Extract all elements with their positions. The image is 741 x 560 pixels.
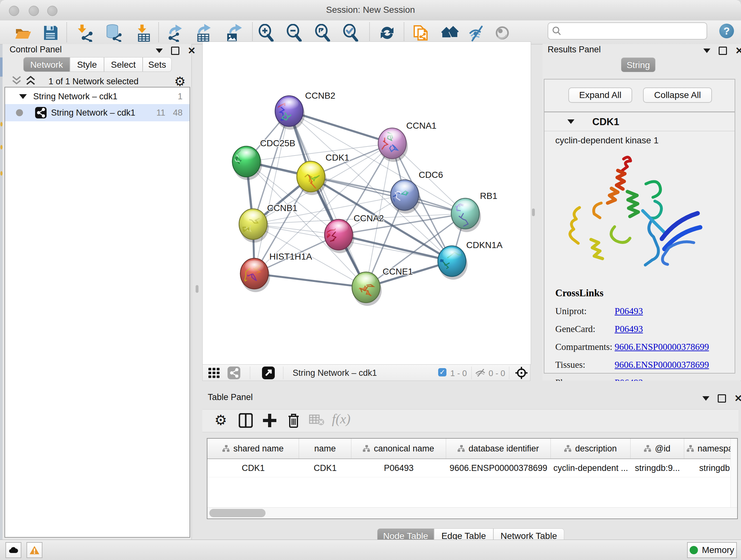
table-cell[interactable]: cyclin-dependent ... <box>551 459 630 477</box>
collapse-all-button[interactable]: Collapse All <box>643 87 712 103</box>
network-node-CDKN1A[interactable]: CDKN1A <box>436 240 502 280</box>
scrollbar-thumb[interactable] <box>209 509 266 517</box>
table-cell[interactable]: CDK1 <box>299 459 351 477</box>
column-header--id[interactable]: @id <box>630 439 684 458</box>
refresh-view-icon[interactable] <box>378 24 396 42</box>
right-splitter-handle[interactable] <box>532 208 535 216</box>
column-header-namespace[interactable]: namespace <box>684 439 738 458</box>
collapse-all-tree-icon[interactable] <box>25 75 37 86</box>
detach-view-icon[interactable] <box>262 367 275 379</box>
tab-style[interactable]: Style <box>70 57 104 72</box>
network-node-CCNE1[interactable]: CCNE1 <box>352 266 413 306</box>
panel-menu-icon[interactable] <box>703 49 711 53</box>
add-column-icon[interactable] <box>262 413 277 428</box>
network-node-CCNA1[interactable]: CCNA1 <box>376 121 436 162</box>
network-canvas[interactable]: CCNB2CCNA1CDC25BCDK1CDC6RB1CCNB1CCNA2CDK… <box>202 42 531 365</box>
show-columns-icon[interactable] <box>239 413 253 428</box>
panel-close-icon[interactable]: ✕ <box>735 48 741 54</box>
table-cell[interactable]: CDK1 <box>207 459 299 477</box>
warnings-button[interactable] <box>26 542 43 558</box>
column-header-name[interactable]: name <box>299 439 351 458</box>
node-label-RB1: RB1 <box>480 191 497 201</box>
network-node-CCNB2[interactable]: CCNB2 <box>272 91 335 130</box>
hidden-eye-icon[interactable] <box>475 368 486 377</box>
panel-float-icon[interactable] <box>171 47 179 55</box>
table-cell[interactable]: stringdb:9... <box>630 459 684 477</box>
show-view-icon[interactable] <box>493 24 511 42</box>
column-header-shared-name[interactable]: shared name <box>207 439 299 458</box>
grid-view-icon[interactable] <box>208 368 221 378</box>
panel-menu-icon[interactable] <box>702 396 710 401</box>
column-type-icon <box>564 445 572 452</box>
panel-float-icon[interactable] <box>718 394 726 402</box>
hidden-counts: 0 - 0 <box>488 368 505 378</box>
network-edge-CCNE1-HIST1H1A[interactable] <box>254 273 366 287</box>
memory-button[interactable]: Memory <box>687 542 737 558</box>
table-settings-gear-icon[interactable]: ⚙ <box>214 412 227 428</box>
crosslink-label: GeneCard: <box>555 324 615 334</box>
network-collection-row[interactable]: String Network – cdk1 1 <box>5 89 190 104</box>
panel-float-icon[interactable] <box>719 47 727 55</box>
zoom-out-icon[interactable] <box>285 24 303 42</box>
export-network-icon[interactable] <box>166 24 185 42</box>
column-header-description[interactable]: description <box>551 439 630 458</box>
hide-graphics-details-icon[interactable] <box>468 24 486 42</box>
column-header-database-identifier[interactable]: database identifier <box>446 439 551 458</box>
import-network-file-icon[interactable] <box>76 24 94 42</box>
zoom-in-icon[interactable] <box>257 24 275 42</box>
table-cell[interactable]: 9606.ENSP00000378699 <box>446 459 551 477</box>
panel-close-icon[interactable]: ✕ <box>188 48 196 54</box>
help-button[interactable]: ? <box>719 23 734 38</box>
network-edge-CCNA2-CDKN1A[interactable] <box>339 235 452 261</box>
tab-select[interactable]: Select <box>104 57 143 72</box>
left-splitter-handle[interactable] <box>196 285 199 293</box>
open-session-icon[interactable] <box>14 24 32 42</box>
tab-string-results[interactable]: String <box>621 57 656 72</box>
network-node-RB1[interactable]: RB1 <box>451 191 497 232</box>
network-node-CDC6[interactable]: CDC6 <box>389 170 443 213</box>
table-row[interactable]: CDK1CDK1P064939606.ENSP00000378699cyclin… <box>207 459 737 477</box>
protein-collapse-icon[interactable] <box>567 119 575 124</box>
import-network-database-icon[interactable] <box>105 24 123 42</box>
protein-name: CDK1 <box>592 116 619 128</box>
import-table-file-icon[interactable] <box>134 24 152 42</box>
network-node-HIST1H1A[interactable]: HIST1H1A <box>240 252 312 292</box>
tab-network[interactable]: Network <box>23 57 70 72</box>
panel-menu-icon[interactable] <box>156 49 163 53</box>
network-node-CCNB1[interactable]: CCNB1 <box>239 203 297 243</box>
delete-column-icon[interactable] <box>287 413 300 428</box>
column-header-canonical-name[interactable]: canonical name <box>351 439 446 458</box>
crosslink-label: Tissues: <box>555 360 615 370</box>
string-documents-icon[interactable] <box>412 24 430 42</box>
table-cell[interactable]: P06493 <box>351 459 446 477</box>
network-row[interactable]: String Network – cdk1 11 48 <box>5 104 190 121</box>
zoom-selected-icon[interactable] <box>342 24 360 42</box>
return-to-home-icon[interactable] <box>441 24 459 42</box>
expand-all-button[interactable]: Expand All <box>568 87 632 103</box>
cloud-status-button[interactable] <box>5 542 21 558</box>
crosslink-link[interactable]: 9606.ENSP00000378699 <box>615 341 709 352</box>
table-vertical-scrollbar[interactable] <box>731 439 737 518</box>
protein-card-header[interactable]: CDK1 <box>544 112 735 131</box>
crosslink-link[interactable]: P06493 <box>615 306 643 316</box>
collection-expand-icon[interactable] <box>19 94 27 99</box>
tab-sets[interactable]: Sets <box>143 57 172 72</box>
control-panel-header-icons: ✕ <box>156 47 196 55</box>
birds-eye-crosshair-icon[interactable] <box>515 366 528 380</box>
export-image-icon[interactable] <box>225 24 243 42</box>
selected-checkbox-icon[interactable]: ✓ <box>438 368 447 376</box>
panel-close-icon[interactable]: ✕ <box>734 395 741 401</box>
network-edge-CDK1-RB1[interactable] <box>311 177 465 213</box>
string-view-icon[interactable] <box>227 367 240 379</box>
expand-all-tree-icon[interactable] <box>11 75 23 86</box>
search-input[interactable] <box>565 24 703 37</box>
save-session-icon[interactable] <box>42 24 59 42</box>
crosslink-link[interactable]: P06493 <box>615 324 643 334</box>
export-table-icon[interactable] <box>195 24 213 42</box>
table-cell[interactable]: stringdb <box>684 459 738 477</box>
table-horizontal-scrollbar[interactable] <box>207 507 737 518</box>
crosslinks-section: CrossLinks Uniprot:P06493GeneCard:P06493… <box>555 287 724 395</box>
zoom-fit-icon[interactable] <box>314 24 332 42</box>
crosslink-link[interactable]: 9606.ENSP00000378699 <box>615 360 709 370</box>
network-edge-CCNB2-HIST1H1A[interactable] <box>254 111 289 273</box>
